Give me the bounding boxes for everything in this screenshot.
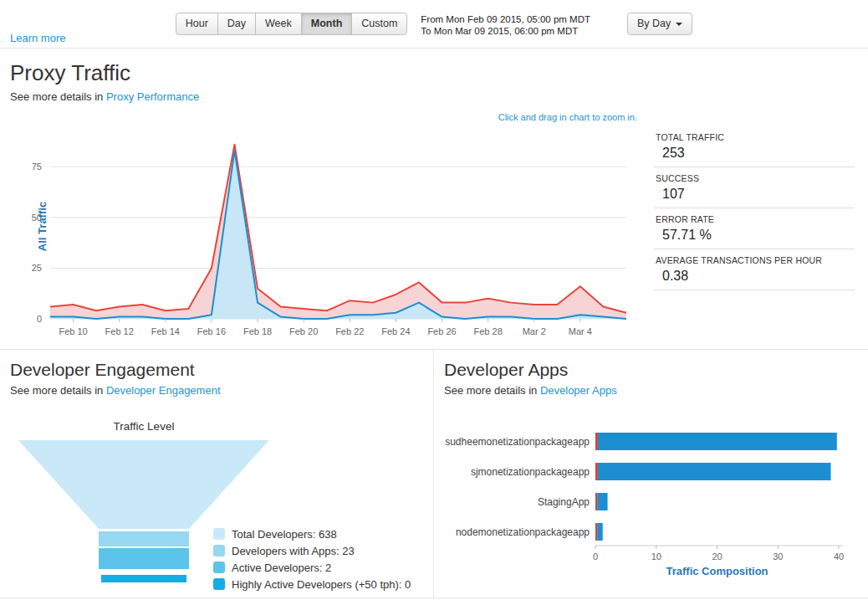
date-from: From Mon Feb 09 2015, 05:00 pm MDT (421, 13, 590, 25)
legend-item-active-developers: Active Developers: 2 (213, 559, 411, 576)
topbar: Learn more Hour Day Week Month Custom Fr… (0, 0, 868, 48)
range-button-week[interactable]: Week (255, 13, 302, 35)
svg-text:Feb 16: Feb 16 (197, 326, 226, 336)
svg-text:Feb 10: Feb 10 (59, 326, 87, 336)
svg-text:0: 0 (37, 314, 42, 324)
svg-text:Feb 18: Feb 18 (243, 326, 272, 336)
stat-total-traffic: TOTAL TRAFFIC 253 (654, 126, 855, 167)
svg-text:Mar 2: Mar 2 (523, 326, 546, 336)
range-button-month[interactable]: Month (301, 13, 352, 35)
range-button-hour[interactable]: Hour (176, 13, 218, 35)
details-prefix: See more details in (444, 384, 537, 397)
svg-text:Feb 22: Feb 22 (335, 326, 364, 336)
developer-engagement-link[interactable]: Developer Engagement (106, 384, 221, 397)
svg-text:75: 75 (32, 162, 42, 172)
date-to: To Mon Mar 09 2015, 06:00 pm MDT (421, 25, 590, 37)
stat-value: 253 (662, 146, 855, 161)
caret-down-icon (676, 23, 682, 26)
chart-zoom-hint: Click and drag in chart to zoom in. (498, 112, 637, 122)
proxy-chart-row: All Traffic 0255075Feb 10Feb 12Feb 14Feb… (0, 126, 868, 349)
proxy-performance-link[interactable]: Proxy Performance (106, 90, 199, 103)
developer-engagement-section: Developer Engagement See more details in… (0, 350, 433, 597)
stat-success: SUCCESS 107 (654, 167, 855, 208)
svg-text:Feb 26: Feb 26 (427, 326, 456, 336)
legend-item-highly-active-developers: Highly Active Developers (+50 tph): 0 (213, 576, 411, 592)
stat-avg-tph: AVERAGE TRANSACTIONS PER HOUR 0.38 (654, 249, 855, 290)
svg-text:Feb 12: Feb 12 (105, 326, 134, 336)
svg-text:0: 0 (593, 551, 598, 562)
legend-label: Developers with Apps: 23 (232, 545, 355, 557)
svg-text:nodemonetizationpackageapp: nodemonetizationpackageapp (456, 526, 590, 538)
stat-value: 0.38 (662, 269, 855, 284)
legend-label: Highly Active Developers (+50 tph): 0 (232, 578, 411, 591)
developer-apps-title: Developer Apps (444, 360, 868, 380)
developer-apps-details: See more details in Developer Apps (444, 382, 868, 398)
svg-text:Feb 20: Feb 20 (289, 326, 318, 336)
proxy-traffic-chart[interactable]: 0255075Feb 10Feb 12Feb 14Feb 16Feb 18Feb… (12, 126, 635, 346)
stat-label: AVERAGE TRANSACTIONS PER HOUR (656, 255, 855, 265)
stat-value: 57.71 % (662, 228, 855, 243)
svg-text:40: 40 (834, 551, 844, 562)
group-by-dropdown[interactable]: By Day (627, 13, 692, 35)
developer-apps-chart: sudheemonetizationpackageappsjmonetizati… (444, 423, 866, 581)
legend-item-total-developers: Total Developers: 638 (213, 526, 411, 542)
proxy-chart-wrap: All Traffic 0255075Feb 10Feb 12Feb 14Feb… (12, 126, 649, 349)
group-by-label: By Day (637, 18, 671, 29)
funnel-legend: Total Developers: 638 Developers with Ap… (213, 526, 411, 592)
svg-text:sjmonetizationpackageapp: sjmonetizationpackageapp (471, 466, 590, 478)
details-prefix: See more details in (10, 90, 103, 103)
y-axis-label: All Traffic (36, 177, 49, 277)
svg-text:10: 10 (651, 551, 661, 562)
stat-value: 107 (662, 187, 855, 202)
range-button-custom[interactable]: Custom (351, 13, 407, 35)
proxy-stats-panel: TOTAL TRAFFIC 253 SUCCESS 107 ERROR RATE… (654, 126, 855, 349)
legend-swatch (213, 562, 225, 573)
date-range: From Mon Feb 09 2015, 05:00 pm MDT To Mo… (421, 13, 590, 37)
stat-label: ERROR RATE (656, 214, 855, 224)
svg-text:20: 20 (712, 551, 722, 562)
details-prefix: See more details in (10, 384, 103, 397)
stat-label: SUCCESS (656, 173, 855, 183)
developer-engagement-details: See more details in Developer Engagement (10, 382, 433, 398)
svg-text:Feb 24: Feb 24 (381, 326, 410, 336)
stat-error-rate: ERROR RATE 57.71 % (654, 208, 855, 249)
legend-label: Total Developers: 638 (232, 528, 337, 541)
svg-text:Mar 4: Mar 4 (569, 326, 592, 336)
divider (0, 48, 868, 49)
legend-label: Active Developers: 2 (232, 562, 331, 574)
engagement-funnel-area: Traffic Level Total Developers: 638 Deve… (0, 418, 433, 600)
range-button-day[interactable]: Day (217, 13, 256, 35)
developer-apps-section: Developer Apps See more details in Devel… (433, 350, 868, 597)
funnel-title: Traffic Level (18, 420, 269, 433)
legend-swatch (213, 545, 225, 556)
svg-text:Feb 14: Feb 14 (151, 326, 180, 336)
svg-text:sudheemonetizationpackageapp: sudheemonetizationpackageapp (445, 436, 590, 448)
legend-item-developers-with-apps: Developers with Apps: 23 (213, 542, 411, 559)
proxy-traffic-title: Proxy Traffic (10, 60, 868, 86)
range-button-group: Hour Day Week Month Custom (176, 13, 408, 35)
time-range-controls: Hour Day Week Month Custom From Mon Feb … (0, 0, 868, 37)
developer-engagement-title: Developer Engagement (10, 360, 433, 380)
bottom-row: Developer Engagement See more details in… (0, 350, 868, 597)
developer-apps-link[interactable]: Developer Apps (540, 384, 617, 397)
proxy-traffic-details: See more details in Proxy Performance (10, 89, 868, 105)
legend-swatch (213, 578, 225, 590)
legend-swatch (213, 528, 225, 540)
svg-text:Traffic Composition: Traffic Composition (666, 565, 768, 577)
stat-label: TOTAL TRAFFIC (656, 132, 855, 142)
svg-text:Feb 28: Feb 28 (474, 326, 503, 336)
svg-text:StagingApp: StagingApp (538, 496, 590, 508)
learn-more-link[interactable]: Learn more (10, 32, 65, 44)
svg-text:30: 30 (773, 551, 783, 562)
proxy-traffic-section: Proxy Traffic See more details in Proxy … (0, 60, 868, 349)
